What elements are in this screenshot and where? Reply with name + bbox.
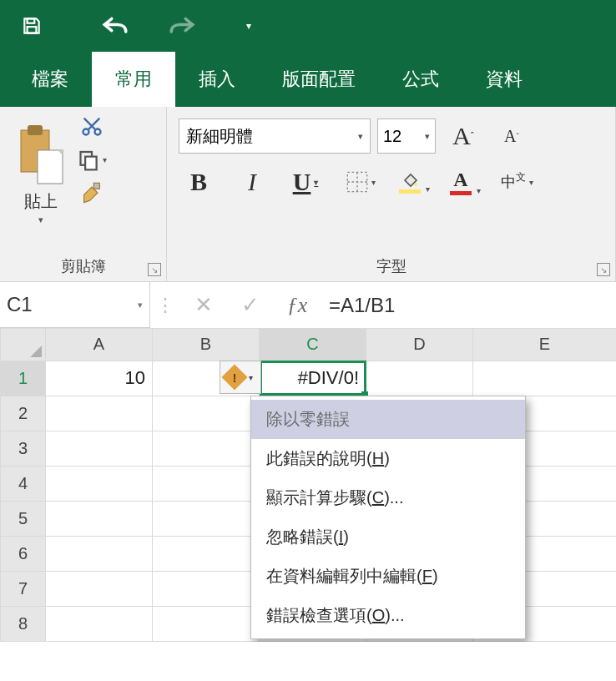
font-name-dropdown[interactable]: 新細明體 ▾ — [179, 119, 371, 154]
col-header-B[interactable]: B — [153, 329, 260, 361]
cell-A1[interactable]: 10 — [46, 361, 153, 396]
paste-button[interactable] — [12, 114, 70, 187]
tab-home[interactable]: 常用 — [92, 52, 175, 107]
paste-label[interactable]: 貼上 ▾ — [24, 190, 58, 225]
font-group-label: 字型 — [179, 253, 603, 276]
tab-formulas[interactable]: 公式 — [379, 52, 462, 107]
clipboard-group-label: 剪貼簿 — [12, 253, 154, 276]
dropdown-icon: ▾ — [426, 184, 430, 194]
warning-icon: ! — [221, 364, 247, 390]
cell[interactable] — [153, 501, 260, 536]
cell[interactable] — [46, 396, 153, 431]
menu-item-error-title: 除以零錯誤 — [251, 400, 525, 439]
paste-text: 貼上 — [24, 190, 58, 213]
cell[interactable] — [46, 536, 153, 571]
clipboard-dialog-launcher[interactable]: ↘ — [148, 263, 161, 276]
cell[interactable] — [153, 571, 260, 606]
font-color-button[interactable]: A ▾ — [450, 169, 481, 195]
svg-rect-8 — [85, 157, 97, 170]
cell[interactable] — [46, 466, 153, 501]
row-header-3[interactable]: 3 — [1, 431, 46, 466]
svg-rect-0 — [28, 18, 35, 23]
insert-function-button[interactable]: ƒx — [274, 282, 321, 328]
copy-button[interactable]: ▾ — [77, 147, 107, 172]
formula-bar: C1 ▾ ⋮ ✕ ✓ ƒx =A1/B1 — [0, 282, 616, 329]
row-header-7[interactable]: 7 — [1, 571, 46, 606]
tab-data[interactable]: 資料 — [462, 52, 546, 107]
error-context-menu: 除以零錯誤 此錯誤的說明(H) 顯示計算步驟(C)... 忽略錯誤(I) 在資料… — [250, 396, 526, 639]
worksheet-grid: A B C D E 1 10 #DIV/0! 2 3 4 5 6 7 8 ! ▾… — [0, 329, 616, 642]
italic-button[interactable]: I — [235, 165, 269, 199]
dropdown-icon: ▾ — [425, 131, 430, 142]
svg-rect-1 — [28, 27, 37, 33]
row-header-4[interactable]: 4 — [1, 466, 46, 501]
format-painter-button[interactable] — [77, 180, 107, 205]
borders-button[interactable]: ▾ — [342, 171, 379, 193]
increase-font-button[interactable]: Aˆ — [442, 119, 484, 154]
underline-button[interactable]: U▾ — [289, 165, 322, 199]
font-name-value: 新細明體 — [186, 125, 253, 148]
menu-item-show-steps[interactable]: 顯示計算步驟(C)... — [251, 478, 525, 517]
svg-rect-9 — [93, 183, 99, 189]
menu-item-error-options[interactable]: 錯誤檢查選項(O)... — [251, 596, 525, 635]
name-box[interactable]: C1 ▾ — [0, 282, 150, 328]
name-box-value: C1 — [7, 293, 33, 316]
row-header-1[interactable]: 1 — [1, 361, 46, 396]
fill-color-button[interactable]: ▾ — [399, 171, 430, 194]
font-dialog-launcher[interactable]: ↘ — [597, 263, 610, 276]
menu-item-edit-in-bar[interactable]: 在資料編輯列中編輯(F) — [251, 557, 525, 596]
cell[interactable] — [153, 606, 260, 641]
svg-point-5 — [83, 129, 89, 135]
dropdown-icon: ▾ — [138, 300, 143, 310]
select-all-button[interactable] — [1, 329, 46, 361]
redo-button[interactable] — [157, 9, 207, 43]
dropdown-icon: ▾ — [249, 373, 253, 382]
ribbon-tabs: 檔案 常用 插入 版面配置 公式 資料 — [0, 52, 616, 107]
phonetic-guide-button[interactable]: 中文 ▾ — [501, 172, 533, 192]
cell-E1[interactable] — [473, 361, 617, 396]
undo-button[interactable] — [90, 9, 140, 43]
ribbon-group-font: 新細明體 ▾ 12 ▾ Aˆ Aˇ B I U▾ ▾ — [167, 107, 616, 281]
formula-bar-divider: ⋮ — [150, 282, 180, 328]
tab-layout[interactable]: 版面配置 — [259, 52, 379, 107]
save-button[interactable] — [7, 9, 57, 43]
menu-item-ignore[interactable]: 忽略錯誤(I) — [251, 517, 525, 557]
row-header-8[interactable]: 8 — [1, 606, 46, 641]
col-header-E[interactable]: E — [473, 329, 617, 361]
enter-formula-button[interactable]: ✓ — [227, 282, 274, 328]
col-header-D[interactable]: D — [366, 329, 473, 361]
menu-item-help[interactable]: 此錯誤的說明(H) — [251, 439, 525, 478]
row-header-6[interactable]: 6 — [1, 536, 46, 571]
quick-access-toolbar: ▾ — [0, 0, 616, 52]
formula-input[interactable]: =A1/B1 — [321, 282, 616, 328]
cell[interactable] — [46, 501, 153, 536]
error-smart-tag[interactable]: ! ▾ — [220, 361, 261, 394]
cancel-formula-button[interactable]: ✕ — [180, 282, 227, 328]
paste-dropdown-icon[interactable]: ▾ — [38, 214, 43, 225]
col-header-A[interactable]: A — [46, 329, 153, 361]
ribbon-group-clipboard: 貼上 ▾ ▾ 剪貼簿 ↘ — [0, 107, 167, 281]
cell[interactable] — [153, 536, 260, 571]
cell-D1[interactable] — [366, 361, 473, 396]
qat-customize-button[interactable]: ▾ — [224, 9, 274, 43]
col-header-C[interactable]: C — [260, 329, 366, 361]
dropdown-icon: ▾ — [371, 178, 376, 187]
ribbon: 貼上 ▾ ▾ 剪貼簿 ↘ — [0, 107, 616, 282]
decrease-font-button[interactable]: Aˇ — [491, 119, 533, 154]
cell[interactable] — [46, 571, 153, 606]
bold-button[interactable]: B — [182, 165, 215, 199]
tab-file[interactable]: 檔案 — [8, 52, 92, 107]
formula-value: =A1/B1 — [329, 294, 395, 317]
cell-C1[interactable]: #DIV/0! — [260, 361, 366, 396]
cut-button[interactable] — [77, 114, 107, 139]
cell[interactable] — [46, 606, 153, 641]
svg-rect-3 — [28, 125, 43, 135]
row-header-2[interactable]: 2 — [1, 396, 46, 431]
cell[interactable] — [46, 431, 153, 466]
cell[interactable] — [153, 466, 260, 501]
tab-insert[interactable]: 插入 — [175, 52, 259, 107]
font-size-dropdown[interactable]: 12 ▾ — [377, 119, 436, 154]
cell[interactable] — [153, 431, 260, 466]
cell[interactable] — [153, 396, 260, 431]
row-header-5[interactable]: 5 — [1, 501, 46, 536]
